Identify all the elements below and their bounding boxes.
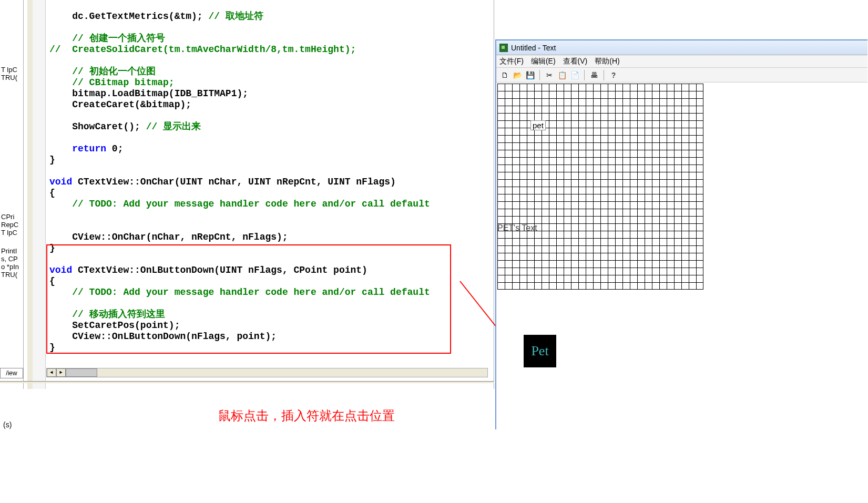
menu-edit[interactable]: 编辑(E) — [531, 57, 556, 66]
menu-bar: 文件(F) 编辑(E) 查看(V) 帮助(H) — [496, 55, 867, 68]
toolbar-separator — [584, 70, 585, 80]
new-icon[interactable]: 🗋 — [499, 70, 510, 80]
class-view-fragment: T lpC TRU( CPri RepC T lpC PrintI s, CP … — [0, 0, 24, 389]
frag-item: PrintI — [0, 247, 23, 255]
code-content[interactable]: dc.GetTextMetrics(&tm); // 取地址符 // 创建一个插… — [49, 0, 430, 364]
toolbar: 🗋 📂 💾 ✂ 📋 📄 🖶 ? — [496, 68, 867, 83]
print-icon[interactable]: 🖶 — [589, 70, 599, 80]
frag-item: TRU( — [0, 271, 23, 279]
caret-label-pet: pet — [530, 120, 546, 130]
tab-view[interactable]: /iew — [0, 368, 23, 378]
frag-item: o *pIn — [0, 263, 23, 271]
window-title: Untitled - Text — [511, 44, 556, 52]
menu-view[interactable]: 查看(V) — [563, 57, 588, 66]
frag-item: CPri — [0, 213, 23, 221]
title-bar[interactable]: Untitled - Text — [496, 40, 867, 55]
toolbar-separator — [539, 70, 540, 80]
open-icon[interactable]: 📂 — [512, 70, 523, 80]
scroll-thumb[interactable] — [66, 368, 97, 377]
copy-icon[interactable]: 📋 — [557, 70, 567, 80]
text-app-window: Untitled - Text 文件(F) 编辑(E) 查看(V) 帮助(H) … — [495, 39, 867, 429]
canvas-area[interactable]: pet PET's Text Pet — [496, 83, 867, 429]
horizontal-scrollbar[interactable]: ◄ ► — [46, 368, 488, 377]
scroll-right-inner-button[interactable]: ► — [56, 368, 66, 377]
help-icon[interactable]: ? — [608, 70, 619, 80]
menu-file[interactable]: 文件(F) — [499, 57, 524, 66]
grid-background — [497, 84, 703, 290]
frag-item: RepC — [0, 221, 23, 229]
cut-icon[interactable]: ✂ — [544, 70, 555, 80]
app-icon — [499, 44, 508, 52]
scroll-left-button[interactable]: ◄ — [47, 368, 56, 377]
frag-item: TRU( — [0, 74, 23, 81]
frag-item: T lpC — [0, 229, 23, 237]
frag-item: T lpC — [0, 66, 23, 74]
menu-help[interactable]: 帮助(H) — [595, 57, 619, 66]
code-editor[interactable]: dc.GetTextMetrics(&tm); // 取地址符 // 创建一个插… — [27, 0, 494, 389]
bitmap-caret: Pet — [524, 335, 556, 367]
paste-icon[interactable]: 📄 — [569, 70, 580, 80]
text-label-petstext: PET's Text — [497, 223, 537, 233]
pane-divider — [0, 381, 494, 383]
frag-item: s, CP — [0, 255, 23, 263]
annotation-text: 鼠标点击，插入符就在点击位置 — [218, 407, 395, 424]
gutter — [33, 0, 46, 389]
save-icon[interactable]: 💾 — [525, 70, 535, 80]
toolbar-separator — [604, 70, 604, 80]
